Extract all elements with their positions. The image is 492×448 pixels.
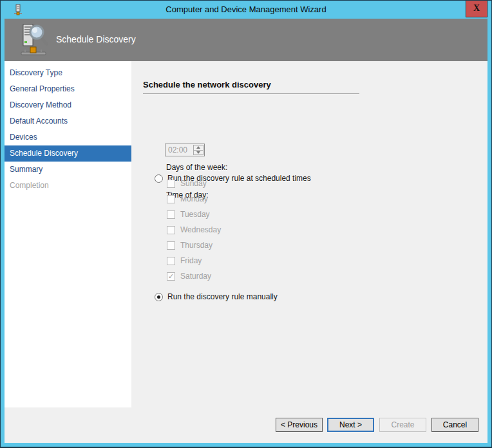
spinner-buttons: [193, 145, 203, 155]
checkbox-unchecked-icon: [167, 180, 175, 188]
wizard-steps-sidebar: Discovery Type General Properties Discov…: [5, 61, 131, 407]
titlebar: Computer and Device Management Wizard X: [1, 1, 491, 19]
window-title: Computer and Device Management Wizard: [1, 1, 491, 19]
next-button[interactable]: Next >: [327, 418, 374, 432]
time-of-day-spinner: 02:00: [165, 144, 205, 156]
checkbox-unchecked-icon: [167, 195, 175, 203]
day-checkbox-tuesday: Tuesday: [167, 210, 210, 219]
schedule-discovery-pane: Schedule the network discovery Run the d…: [131, 61, 487, 407]
day-label: Thursday: [180, 241, 213, 250]
day-label: Monday: [180, 194, 208, 203]
day-checkbox-friday: Friday: [167, 256, 202, 265]
discovery-server-icon: [20, 24, 48, 56]
previous-button[interactable]: < Previous: [276, 418, 323, 432]
time-of-day-value: 02:00: [166, 144, 193, 156]
sidebar-item-devices[interactable]: Devices: [5, 129, 131, 145]
run-manually-radio[interactable]: Run the discovery rule manually: [155, 292, 278, 301]
wizard-footer: < Previous Next > Create Cancel: [5, 407, 487, 443]
day-label: Saturday: [180, 272, 211, 281]
sidebar-item-discovery-method[interactable]: Discovery Method: [5, 97, 131, 113]
checkbox-unchecked-icon: [167, 226, 175, 234]
day-checkbox-sunday: Sunday: [167, 179, 207, 188]
radio-unselected-icon[interactable]: [155, 174, 163, 183]
sidebar-item-default-accounts[interactable]: Default Accounts: [5, 113, 131, 129]
sidebar-item-schedule-discovery[interactable]: Schedule Discovery: [5, 145, 131, 162]
cancel-button[interactable]: Cancel: [431, 418, 478, 432]
wizard-frame: Schedule Discovery Discovery Type Genera…: [5, 19, 487, 443]
day-checkbox-thursday: Thursday: [167, 241, 213, 250]
heading-divider: [143, 93, 359, 94]
run-manually-radio-label: Run the discovery rule manually: [167, 292, 278, 301]
page-title: Schedule Discovery: [56, 34, 136, 44]
radio-selected-icon[interactable]: [155, 293, 163, 301]
sidebar-item-discovery-type[interactable]: Discovery Type: [5, 65, 131, 81]
create-button: Create: [379, 418, 426, 432]
spin-up-icon: [194, 145, 203, 151]
day-checkbox-wednesday: Wednesday: [167, 225, 221, 234]
day-label: Wednesday: [180, 225, 221, 234]
section-heading: Schedule the network discovery: [143, 80, 271, 89]
day-label: Sunday: [180, 179, 207, 188]
day-checkbox-monday: Monday: [167, 194, 208, 203]
wizard-banner: Schedule Discovery: [5, 19, 487, 61]
checkbox-unchecked-icon: [167, 257, 175, 265]
spin-down-icon: [194, 151, 203, 155]
checkbox-unchecked-icon: [167, 210, 175, 219]
days-of-week-label: Days of the week:: [166, 163, 227, 172]
wizard-window: Computer and Device Management Wizard X …: [0, 0, 492, 448]
sidebar-item-summary[interactable]: Summary: [5, 162, 131, 178]
sidebar-item-general-properties[interactable]: General Properties: [5, 81, 131, 97]
day-checkbox-saturday: ✓ Saturday: [167, 272, 211, 281]
window-bottom-border: [1, 443, 491, 448]
checkbox-checked-icon: ✓: [167, 272, 175, 281]
day-label: Friday: [180, 256, 202, 265]
sidebar-item-completion: Completion: [5, 178, 131, 194]
day-label: Tuesday: [180, 210, 210, 219]
close-button[interactable]: X: [466, 1, 487, 17]
checkbox-unchecked-icon: [167, 241, 175, 250]
